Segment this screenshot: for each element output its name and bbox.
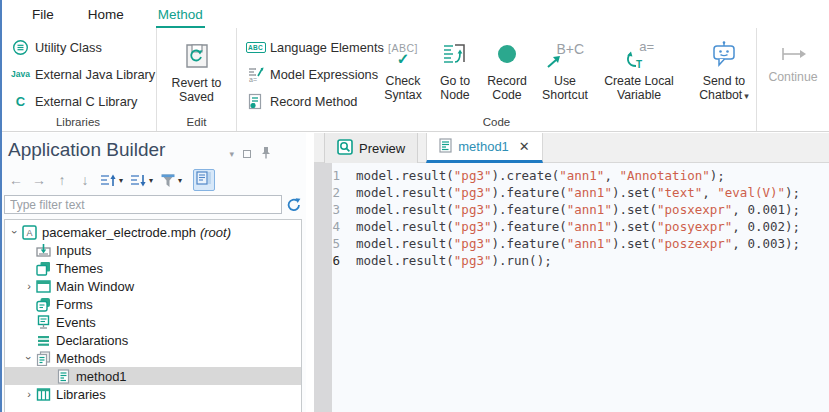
tree-item-inputs[interactable]: Inputs — [5, 241, 301, 259]
create-local-variable-label: Create Local Variable — [599, 74, 679, 102]
method1-tab-label: method1 — [458, 139, 509, 154]
java-icon: Java — [12, 66, 29, 83]
external-java-library-label: External Java Library — [35, 67, 155, 82]
forms-icon — [35, 297, 51, 312]
continue-button[interactable]: Continue — [757, 28, 829, 84]
svg-text:T: T — [636, 59, 642, 69]
code-area[interactable]: 1model.result("pg3").create("ann1", "Ann… — [314, 163, 829, 412]
filter-button[interactable]: ▾ — [160, 173, 182, 188]
tree-item-label: Inputs — [56, 243, 91, 258]
show-details-toggle[interactable] — [193, 169, 215, 191]
record-code-label: Record Code — [483, 74, 531, 102]
editor-tab-bar: Preview method1 ✕ — [314, 133, 829, 163]
code-lines: 1model.result("pg3").create("ann1", "Ann… — [314, 167, 829, 269]
ribbon-group-libraries: Utility Class Java External Java Library… — [0, 28, 157, 131]
use-shortcut-icon: B+C — [546, 34, 584, 74]
svg-text:a=: a= — [249, 76, 257, 83]
collapse-chevron-icon[interactable]: › — [23, 280, 35, 292]
list-down-icon — [130, 173, 147, 188]
model-expressions-button[interactable]: a= Model Expressions — [243, 62, 375, 86]
code-text: model.result("pg3").feature("ann1").set(… — [348, 218, 800, 235]
code-text: model.result("pg3").feature("ann1").set(… — [348, 235, 800, 252]
collapse-list-button[interactable]: ▾ — [130, 173, 153, 188]
method-doc-icon — [55, 369, 71, 384]
code-line[interactable]: 6model.result("pg3").run(); — [314, 252, 829, 269]
pin-icon[interactable] — [260, 145, 272, 163]
libraries-group-caption: Libraries — [0, 116, 156, 128]
move-up-arrow-icon[interactable]: ↑ — [54, 172, 70, 188]
language-elements-label: Language Elements — [270, 40, 384, 55]
tree-item-themes[interactable]: Themes — [5, 259, 301, 277]
libraries-icon — [35, 387, 51, 402]
code-line[interactable]: 3model.result("pg3").feature("ann1").set… — [314, 201, 829, 218]
ribbon: Utility Class Java External Java Library… — [0, 28, 829, 132]
expand-chevron-icon[interactable]: › — [23, 352, 35, 364]
revert-to-saved-label: Revert to Saved — [169, 76, 225, 104]
tree-item-events[interactable]: Events — [5, 313, 301, 331]
line-number: 6 — [314, 252, 348, 269]
tree-item-label: Libraries — [56, 387, 106, 402]
expand-chevron-icon[interactable]: › — [9, 226, 21, 238]
tree-root-label: pacemaker_electrode.mph — [42, 225, 196, 240]
back-arrow-icon[interactable]: ← — [8, 172, 24, 188]
code-line[interactable]: 5model.result("pg3").feature("ann1").set… — [314, 235, 829, 252]
revert-to-saved-icon — [182, 36, 212, 76]
panel-header-icons: ▾ — [229, 145, 272, 163]
method-doc-icon — [439, 138, 452, 156]
tree-item-main-window[interactable]: › Main Window — [5, 277, 301, 295]
chevron-down-icon: ▾ — [178, 176, 182, 185]
panel-menu-chevron-icon[interactable]: ▾ — [229, 149, 234, 159]
refresh-icon[interactable] — [286, 197, 302, 213]
tree-item-methods[interactable]: › Methods — [5, 349, 301, 367]
ribbon-group-edit: Revert to Saved Edit — [157, 28, 237, 131]
tab-method[interactable]: Method — [156, 3, 205, 28]
tab-home[interactable]: Home — [86, 3, 126, 28]
continue-label: Continue — [768, 70, 817, 84]
tab-file[interactable]: File — [30, 3, 56, 28]
check-syntax-icon: [ABC]✓ — [388, 34, 418, 74]
themes-icon — [35, 261, 51, 276]
external-java-library-button[interactable]: Java External Java Library — [8, 62, 152, 86]
code-line[interactable]: 4model.result("pg3").feature("ann1").set… — [314, 218, 829, 235]
declarations-icon — [35, 333, 51, 348]
tree-item-forms[interactable]: Forms — [5, 295, 301, 313]
create-local-variable-icon: a= T — [622, 34, 656, 74]
line-number: 3 — [314, 201, 348, 218]
expand-list-button[interactable]: ▾ — [100, 173, 123, 188]
move-down-arrow-icon[interactable]: ↓ — [77, 172, 93, 188]
filter-input[interactable] — [4, 195, 282, 214]
external-c-library-button[interactable]: C External C Library — [8, 89, 152, 113]
tab-preview[interactable]: Preview — [324, 133, 418, 163]
close-icon[interactable]: ✕ — [519, 139, 530, 154]
code-line[interactable]: 1model.result("pg3").create("ann1", "Ann… — [314, 167, 829, 184]
code-line[interactable]: 2model.result("pg3").feature("ann1").set… — [314, 184, 829, 201]
list-up-icon — [100, 173, 117, 188]
chevron-down-icon: ▾ — [744, 91, 749, 101]
forward-arrow-icon[interactable]: → — [31, 172, 47, 188]
events-icon — [35, 315, 51, 330]
line-number: 1 — [314, 167, 348, 184]
chevron-down-icon: ▾ — [149, 176, 153, 185]
main-window-icon — [35, 279, 51, 294]
use-shortcut-label: Use Shortcut — [538, 74, 592, 102]
utility-class-button[interactable]: Utility Class — [8, 35, 152, 59]
go-to-node-icon — [442, 34, 468, 74]
tree-item-method1[interactable]: method1 — [5, 367, 301, 385]
window-edge — [0, 0, 2, 412]
chatbot-icon — [710, 34, 738, 74]
edit-group-caption: Edit — [157, 116, 236, 128]
tree-item-libraries[interactable]: › Libraries — [5, 385, 301, 403]
collapse-chevron-icon[interactable]: › — [23, 388, 35, 400]
code-text: model.result("pg3").create("ann1", "Anno… — [348, 167, 725, 184]
method-editor: Preview method1 ✕ 1model.result("pg3").c… — [314, 133, 829, 412]
maximize-icon[interactable] — [243, 150, 251, 158]
language-elements-button[interactable]: ABC Language Elements — [243, 35, 375, 59]
tab-method1[interactable]: method1 ✕ — [426, 133, 543, 163]
funnel-icon — [160, 173, 176, 188]
tree-item-label: method1 — [76, 369, 127, 384]
ribbon-tab-row: File Home Method — [0, 0, 829, 28]
record-method-button[interactable]: Record Method — [243, 89, 375, 113]
tree-item-root[interactable]: › A pacemaker_electrode.mph (root) — [5, 223, 301, 241]
code-text: model.result("pg3").feature("ann1").set(… — [348, 201, 800, 218]
tree-item-declarations[interactable]: Declarations — [5, 331, 301, 349]
